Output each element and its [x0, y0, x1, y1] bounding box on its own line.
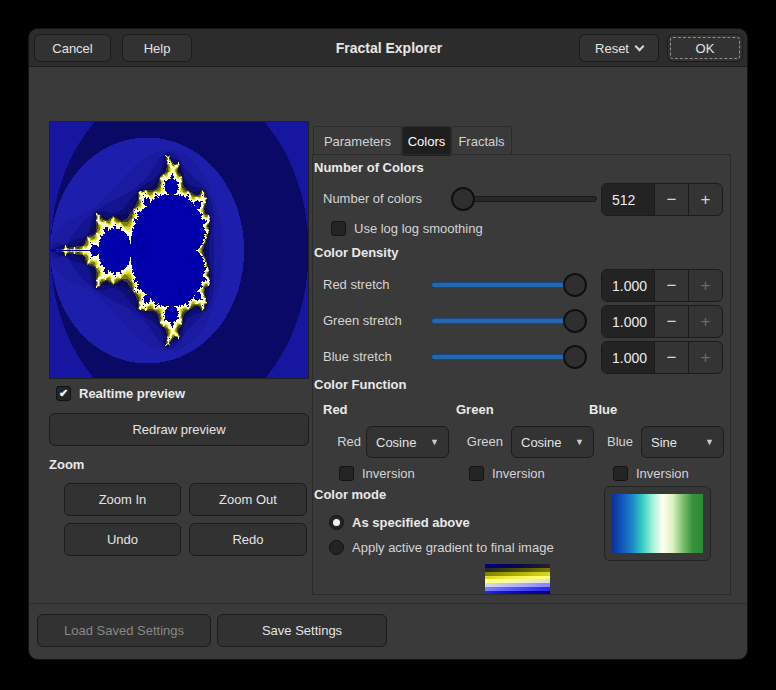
redo-button[interactable]: Redo	[189, 523, 307, 556]
zoom-in-button[interactable]: Zoom In	[64, 483, 181, 516]
titlebar: Cancel Help Fractal Explorer Reset OK	[29, 29, 748, 67]
green-stretch-label: Green stretch	[323, 313, 402, 328]
checkbox-checked-icon: ✔	[56, 386, 71, 401]
save-settings-label: Save Settings	[262, 623, 342, 638]
red-inversion-checkbox[interactable]: Inversion	[339, 466, 415, 481]
radio-unselected-icon	[329, 540, 344, 555]
slider-knob[interactable]	[563, 273, 587, 297]
blue-stretch-label: Blue stretch	[323, 349, 392, 364]
blue-inversion-label: Inversion	[636, 466, 689, 481]
checkbox-unchecked-icon	[331, 221, 346, 236]
colormap-preview-canvas	[485, 564, 550, 594]
red-function-label: Red	[321, 434, 361, 449]
realtime-preview-checkbox[interactable]: ✔ Realtime preview	[56, 386, 185, 401]
undo-button[interactable]: Undo	[64, 523, 181, 556]
increase-button[interactable]: +	[688, 184, 722, 215]
red-inversion-label: Inversion	[362, 466, 415, 481]
tab-parameters[interactable]: Parameters	[313, 126, 402, 155]
green-stretch-spinner: 1.000 − +	[601, 305, 723, 338]
slider-knob[interactable]	[451, 187, 475, 211]
red-function-value: Cosine	[376, 435, 416, 450]
load-saved-settings-label: Load Saved Settings	[64, 623, 184, 638]
reset-button-label: Reset	[595, 41, 629, 56]
dropdown-arrow-icon: ▼	[575, 437, 584, 447]
green-function-dropdown[interactable]: Cosine ▼	[511, 426, 594, 458]
zoom-out-label: Zoom Out	[219, 492, 277, 507]
checkbox-unchecked-icon	[613, 466, 628, 481]
tab-colors-label: Colors	[408, 134, 446, 149]
red-function-dropdown[interactable]: Cosine ▼	[366, 426, 449, 458]
tab-parameters-label: Parameters	[324, 134, 391, 149]
decrease-button[interactable]: −	[654, 270, 688, 301]
green-inversion-checkbox[interactable]: Inversion	[469, 466, 545, 481]
blue-function-dropdown[interactable]: Sine ▼	[641, 426, 724, 458]
blue-stretch-input[interactable]: 1.000	[602, 342, 654, 373]
dropdown-arrow-icon: ▼	[430, 437, 439, 447]
green-stretch-input[interactable]: 1.000	[602, 306, 654, 337]
number-of-colors-spinner: 512 − +	[601, 183, 723, 216]
redraw-preview-label: Redraw preview	[132, 422, 225, 437]
green-column-header: Green	[456, 402, 494, 417]
number-of-colors-header: Number of Colors	[314, 160, 424, 175]
red-stretch-spinner: 1.000 − +	[601, 269, 723, 302]
blue-stretch-spinner: 1.000 − +	[601, 341, 723, 374]
number-of-colors-slider[interactable]	[451, 187, 597, 211]
slider-knob[interactable]	[563, 345, 587, 369]
zoom-in-label: Zoom In	[99, 492, 147, 507]
number-of-colors-input[interactable]: 512	[602, 184, 654, 215]
color-mode-header: Color mode	[314, 487, 386, 502]
red-stretch-input[interactable]: 1.000	[602, 270, 654, 301]
number-of-colors-label: Number of colors	[323, 191, 422, 206]
realtime-preview-label: Realtime preview	[79, 386, 185, 401]
green-function-value: Cosine	[521, 435, 561, 450]
zoom-out-button[interactable]: Zoom Out	[189, 483, 307, 516]
blue-inversion-checkbox[interactable]: Inversion	[613, 466, 689, 481]
log-smoothing-label: Use log log smoothing	[354, 221, 483, 236]
red-stretch-label: Red stretch	[323, 277, 389, 292]
redo-label: Redo	[232, 532, 263, 547]
redraw-preview-button[interactable]: Redraw preview	[49, 413, 309, 446]
increase-button-disabled: +	[688, 342, 722, 373]
red-stretch-slider[interactable]	[431, 273, 587, 297]
green-function-label: Green	[457, 434, 503, 449]
ok-button-label: OK	[696, 41, 715, 56]
decrease-button[interactable]: −	[654, 184, 688, 215]
tab-colors[interactable]: Colors	[402, 126, 451, 156]
gradient-preview-swatch	[612, 494, 703, 553]
mode-as-specified-radio[interactable]: As specified above	[329, 515, 470, 530]
slider-knob[interactable]	[563, 309, 587, 333]
tab-fractals-label: Fractals	[458, 134, 504, 149]
reset-dropdown-button[interactable]: Reset	[579, 34, 659, 62]
ok-button[interactable]: OK	[667, 34, 743, 62]
decrease-button[interactable]: −	[654, 342, 688, 373]
blue-function-label: Blue	[603, 434, 633, 449]
save-settings-button[interactable]: Save Settings	[217, 614, 387, 647]
blue-stretch-slider[interactable]	[431, 345, 587, 369]
log-smoothing-checkbox[interactable]: Use log log smoothing	[331, 221, 483, 236]
radio-selected-icon	[329, 515, 344, 530]
red-column-header: Red	[323, 402, 348, 417]
decrease-button[interactable]: −	[654, 306, 688, 337]
colormap-preview	[485, 564, 550, 594]
checkbox-unchecked-icon	[339, 466, 354, 481]
increase-button-disabled: +	[688, 270, 722, 301]
blue-column-header: Blue	[589, 402, 617, 417]
checkbox-unchecked-icon	[469, 466, 484, 481]
undo-label: Undo	[107, 532, 138, 547]
mode-as-specified-label: As specified above	[352, 515, 470, 530]
green-stretch-slider[interactable]	[431, 309, 587, 333]
mode-apply-gradient-radio[interactable]: Apply active gradient to final image	[329, 540, 554, 555]
chevron-down-icon	[635, 41, 645, 51]
color-density-header: Color Density	[314, 245, 399, 260]
fractal-preview-canvas	[50, 122, 308, 378]
zoom-section-header: Zoom	[49, 457, 84, 472]
green-inversion-label: Inversion	[492, 466, 545, 481]
tab-fractals[interactable]: Fractals	[451, 126, 512, 155]
blue-function-value: Sine	[651, 435, 677, 450]
gradient-picker-button[interactable]	[604, 486, 711, 561]
mode-apply-gradient-label: Apply active gradient to final image	[352, 540, 554, 555]
fractal-preview[interactable]	[49, 121, 309, 379]
footer-separator	[29, 603, 748, 604]
dropdown-arrow-icon: ▼	[705, 437, 714, 447]
color-function-header: Color Function	[314, 377, 406, 392]
